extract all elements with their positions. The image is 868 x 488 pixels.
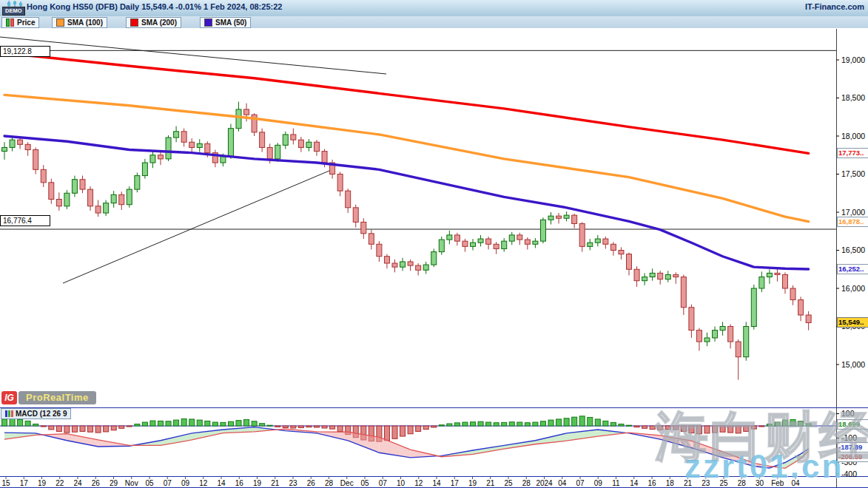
price-tick-label: 16,000 <box>841 284 865 293</box>
candle <box>790 288 795 299</box>
x-axis-label: 19 <box>253 479 262 487</box>
prorealtime-logo[interactable]: IG ProRealTime <box>1 391 96 404</box>
macd-indicator-chip[interactable]: MACD (12 26 9 <box>1 408 71 419</box>
sma200-swatch-icon <box>130 18 138 27</box>
candle <box>595 239 600 243</box>
macd-histogram-bar <box>18 419 23 426</box>
candle <box>197 143 202 147</box>
macd-histogram-bar <box>689 426 694 433</box>
candle <box>642 277 647 281</box>
macd-histogram-bar <box>56 426 61 431</box>
candle <box>260 132 265 148</box>
sma200-value-box: 17,773.. <box>837 148 868 158</box>
price-tick-label: 17,500 <box>841 169 865 178</box>
legend-chip-sma200[interactable]: SMA (200) <box>126 17 181 28</box>
macd-histogram-bar <box>322 426 327 428</box>
macd-histogram-bar <box>517 422 522 426</box>
macd-histogram-bar <box>720 426 725 432</box>
candle <box>400 262 406 267</box>
candle <box>49 183 54 200</box>
candle <box>665 274 670 279</box>
price-tick-label: 15,000 <box>841 360 865 369</box>
macd-histogram-bar <box>104 426 109 432</box>
candle <box>189 142 195 147</box>
candle <box>346 191 351 208</box>
candle <box>713 331 718 338</box>
legend-chip-sma100[interactable]: SMA (100) <box>52 17 107 28</box>
macd-histogram-bar <box>306 426 312 427</box>
level-label-upper: 19,122.8 <box>0 46 50 57</box>
legend-sma100-label: SMA (100) <box>67 18 103 27</box>
candle <box>478 239 483 243</box>
candle <box>142 163 147 176</box>
candle <box>751 288 756 327</box>
x-axis: 15171922242629Nov0507091214161921232628D… <box>1 477 800 487</box>
candle <box>298 140 303 147</box>
price-chart-canvas[interactable]: 19,50019,00018,50018,00017,50017,00016,5… <box>0 28 868 488</box>
macd-histogram-bar <box>572 417 577 426</box>
macd-histogram-bar <box>696 426 702 434</box>
macd-histogram-bar <box>181 418 186 426</box>
candle <box>56 199 61 206</box>
macd-histogram-bar <box>431 426 437 427</box>
macd-histogram-bar <box>564 418 569 426</box>
x-axis-label: 10 <box>397 479 406 487</box>
x-axis-label: 28 <box>522 479 531 487</box>
legend-chip-sma50[interactable]: SMA (50) <box>200 17 251 28</box>
candle <box>25 144 30 149</box>
macd-histogram-bar <box>579 416 585 426</box>
macd-histogram-bar <box>751 426 756 429</box>
macd-histogram-bar <box>205 421 210 426</box>
macd-histogram-bar <box>416 426 421 431</box>
candle <box>696 331 702 342</box>
x-axis-label: 17 <box>451 479 460 487</box>
x-axis-label: 07 <box>576 479 585 487</box>
macd-histogram-bar <box>494 423 499 426</box>
macd-histogram-bar <box>135 424 140 426</box>
candle <box>221 157 226 163</box>
macd-histogram-bar <box>212 422 218 426</box>
macd-histogram-bar <box>260 424 265 426</box>
macd-histogram-bar <box>806 424 811 426</box>
macd-histogram-bar <box>588 417 593 426</box>
candle <box>673 274 679 277</box>
x-axis-label: Dec <box>340 479 354 487</box>
brand-link[interactable]: IT-Finance.com <box>805 2 864 11</box>
x-axis-label: 26 <box>92 479 101 487</box>
macd-tick-label: -400 <box>841 470 857 478</box>
price-tick-label: 18,500 <box>841 93 865 102</box>
x-axis-label: 12 <box>199 479 208 487</box>
macd-line-value-box: -187.89 <box>837 442 868 453</box>
macd-histogram-bar <box>775 422 780 426</box>
macd-line <box>4 427 809 468</box>
candle <box>634 269 639 280</box>
legend-chip-price[interactable]: Price <box>1 17 39 28</box>
trend-line <box>63 169 334 283</box>
chart-area: 19,50019,00018,50018,00017,50017,00016,5… <box>0 28 868 488</box>
x-axis-label: 22 <box>55 479 64 487</box>
macd-histogram-bar <box>454 423 460 426</box>
candle <box>588 243 593 246</box>
x-axis-label: 18 <box>666 479 675 487</box>
price-tick-label: 19,000 <box>841 55 865 64</box>
macd-histogram-bar <box>665 426 670 430</box>
x-axis-label: 07 <box>379 479 388 487</box>
candle <box>454 235 460 241</box>
macd-histogram-bar <box>384 426 389 441</box>
candle <box>720 327 725 331</box>
x-axis-label: Nov <box>125 479 138 487</box>
macd-histogram-bar <box>610 422 616 426</box>
candle <box>306 142 312 147</box>
x-axis-label: 2024 <box>536 479 553 487</box>
price-pane <box>0 28 836 380</box>
macd-histogram-bar <box>673 426 679 430</box>
macd-histogram-bar <box>658 426 663 430</box>
candle <box>447 235 452 240</box>
level-label-lower: 16,776.4 <box>0 215 50 226</box>
x-axis-label: 28 <box>325 479 334 487</box>
sma200-line <box>4 53 809 154</box>
candle <box>728 327 733 342</box>
price-tick-label: 17,000 <box>841 208 865 217</box>
candle <box>462 241 468 246</box>
candle <box>431 252 437 265</box>
